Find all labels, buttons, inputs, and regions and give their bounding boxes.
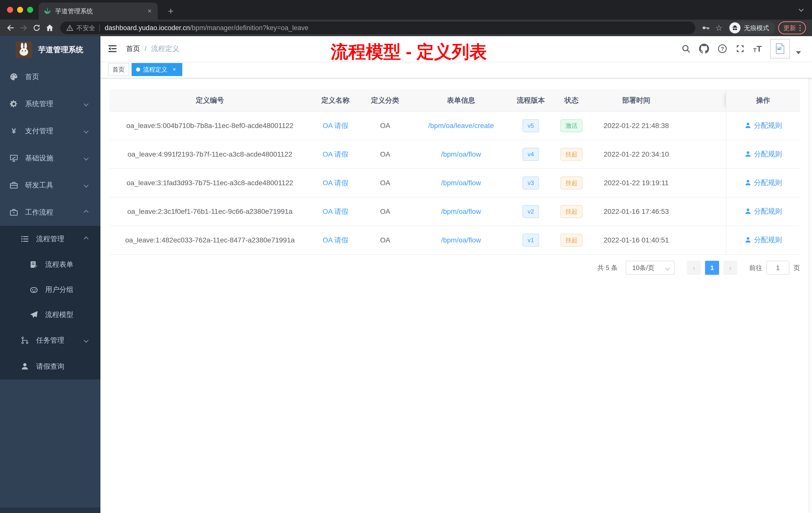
sidebar-item-home[interactable]: 首页 xyxy=(0,63,100,90)
update-button[interactable]: 更新 xyxy=(778,21,806,34)
window-close-button[interactable] xyxy=(7,7,13,13)
breadcrumb-home[interactable]: 首页 xyxy=(126,44,140,54)
address-bar[interactable]: 不安全 dashboard.yudao.iocoder.cn/bpm/manag… xyxy=(60,22,695,34)
url-text[interactable]: dashboard.yudao.iocoder.cn/bpm/manager/d… xyxy=(105,24,308,32)
sidebar-item-process-model[interactable]: 流程模型 xyxy=(0,302,100,327)
sidebar-item-label: 流程模型 xyxy=(45,310,73,320)
sidebar-item-process-mgmt[interactable]: 流程管理 xyxy=(0,226,100,252)
key-icon[interactable] xyxy=(699,21,712,34)
bookmark-star-icon[interactable]: ☆ xyxy=(712,21,725,34)
sidebar-item-process-form[interactable]: 流程表单 xyxy=(0,252,100,277)
tab-search-chevron-icon[interactable] xyxy=(799,7,804,12)
sidebar-logo[interactable]: 芋道管理系统 xyxy=(0,36,100,63)
definition-name-link[interactable]: OA 请假 xyxy=(323,179,348,187)
col-definition-id: 定义编号 xyxy=(110,89,310,112)
tag-home[interactable]: 首页 xyxy=(108,63,129,76)
annotation-title: 流程模型 - 定义列表 xyxy=(331,40,487,64)
forward-button[interactable] xyxy=(17,21,30,34)
sidebar-item-infra[interactable]: 基础设施 xyxy=(0,145,100,172)
avatar[interactable] xyxy=(770,39,790,58)
form-link[interactable]: /bpm/oa/flow xyxy=(441,179,481,187)
home-button[interactable] xyxy=(43,21,56,34)
favicon-icon xyxy=(44,7,51,15)
incognito-badge: 无痕模式 xyxy=(728,21,775,34)
form-icon xyxy=(30,260,38,269)
definition-name-link[interactable]: OA 请假 xyxy=(323,208,348,215)
page-goto-input[interactable] xyxy=(766,261,789,275)
page-size-select[interactable]: 10条/页 xyxy=(626,261,675,275)
window-zoom-button[interactable] xyxy=(27,7,33,13)
sidebar-item-user-group[interactable]: 用户分组 xyxy=(0,277,100,302)
status-badge: 挂起 xyxy=(560,176,582,189)
page-size-value: 10条/页 xyxy=(632,264,654,272)
avatar-dropdown-caret-icon[interactable] xyxy=(796,51,801,54)
help-icon[interactable]: ? xyxy=(718,44,727,54)
tab-close-icon[interactable]: × xyxy=(147,7,153,15)
new-tab-button[interactable]: + xyxy=(164,2,178,20)
goto-label: 前往 xyxy=(749,264,762,272)
sidebar-item-payment[interactable]: ¥ 支付管理 xyxy=(0,117,100,145)
page-content: 定义编号 定义名称 定义分类 表单信息 流程版本 状态 部署时间 操作 xyxy=(100,78,812,513)
sidebar-toggle-button[interactable] xyxy=(100,36,124,61)
menu-kebab-icon[interactable] xyxy=(800,25,801,31)
form-link[interactable]: /bpm/oa/flow xyxy=(441,236,481,244)
form-link[interactable]: /bpm/oa/flow xyxy=(441,208,481,215)
assign-rule-button[interactable]: 分配规则 xyxy=(745,121,782,130)
col-definition-category: 定义分类 xyxy=(360,89,410,112)
search-icon[interactable] xyxy=(682,44,691,53)
yen-icon: ¥ xyxy=(9,127,18,135)
text-size-icon[interactable]: TT xyxy=(753,44,762,53)
sidebar-item-label: 工作流程 xyxy=(25,208,53,217)
sidebar-item-leave-query[interactable]: 请假查询 xyxy=(0,353,100,380)
col-status: 状态 xyxy=(549,89,593,112)
fullscreen-icon[interactable] xyxy=(736,44,745,53)
pagination-total: 共 5 条 xyxy=(597,264,618,272)
cell-deploy-time: 2022-01-16 17:46:53 xyxy=(593,197,679,226)
sidebar-item-workflow[interactable]: 工作流程 xyxy=(0,199,100,226)
page-unit-label: 页 xyxy=(793,264,800,272)
assign-rule-button[interactable]: 分配规则 xyxy=(745,178,782,187)
url-host: dashboard.yudao.iocoder.cn xyxy=(105,24,190,32)
window-minimize-button[interactable] xyxy=(17,7,23,13)
browser-tab[interactable]: 芋道管理系统 × xyxy=(39,2,158,20)
github-icon[interactable] xyxy=(699,44,709,54)
definition-name-link[interactable]: OA 请假 xyxy=(323,150,348,158)
next-page-button[interactable]: › xyxy=(723,261,737,275)
list-icon xyxy=(21,235,29,243)
back-button[interactable] xyxy=(4,21,17,34)
table-header-row: 定义编号 定义名称 定义分类 表单信息 流程版本 状态 部署时间 操作 xyxy=(110,89,800,112)
assign-rule-button[interactable]: 分配规则 xyxy=(745,207,782,216)
sidebar-item-label: 支付管理 xyxy=(25,126,53,136)
prev-page-button[interactable]: ‹ xyxy=(687,261,701,275)
definition-name-link[interactable]: OA 请假 xyxy=(323,236,348,244)
version-badge: v4 xyxy=(522,148,539,161)
breadcrumb: 首页 / 流程定义 xyxy=(126,44,179,54)
sidebar-item-devtools[interactable]: 研发工具 xyxy=(0,172,100,199)
page-number-1[interactable]: 1 xyxy=(705,261,719,275)
chevron-down-icon xyxy=(84,156,89,161)
sidebar-item-system[interactable]: 系统管理 xyxy=(0,90,100,117)
person-icon xyxy=(21,362,29,371)
form-link[interactable]: /bpm/oa/flow xyxy=(441,150,481,158)
cell-filler xyxy=(679,226,726,254)
assign-rule-button[interactable]: 分配规则 xyxy=(745,235,782,245)
cell-category: OA xyxy=(360,140,410,169)
active-tag-dot xyxy=(136,67,140,71)
security-label[interactable]: 不安全 xyxy=(76,24,95,32)
sidebar-collapse-bar[interactable] xyxy=(0,508,100,513)
reload-button[interactable] xyxy=(30,21,43,34)
user-icon xyxy=(745,122,752,129)
definition-name-link[interactable]: OA 请假 xyxy=(323,122,348,129)
tree-icon xyxy=(21,336,29,344)
scrollbar-track[interactable] xyxy=(809,78,812,513)
tag-label: 首页 xyxy=(113,65,124,73)
sidebar-item-task-mgmt[interactable]: 任务管理 xyxy=(0,327,100,353)
form-link[interactable]: /bpm/oa/leave/create xyxy=(428,122,494,129)
cell-definition-id: oa_leave:2:3c1f0ef1-76b1-11ec-9c66-a2380… xyxy=(110,197,310,226)
tag-process-definition[interactable]: 流程定义 × xyxy=(132,63,182,76)
table-row: oa_leave:5:004b710b-7b8a-11ec-8ef0-acde4… xyxy=(110,112,800,140)
cell-filler xyxy=(679,197,726,226)
tag-label: 流程定义 xyxy=(143,65,167,73)
assign-rule-button[interactable]: 分配规则 xyxy=(745,149,782,159)
tag-close-icon[interactable]: × xyxy=(171,66,178,73)
